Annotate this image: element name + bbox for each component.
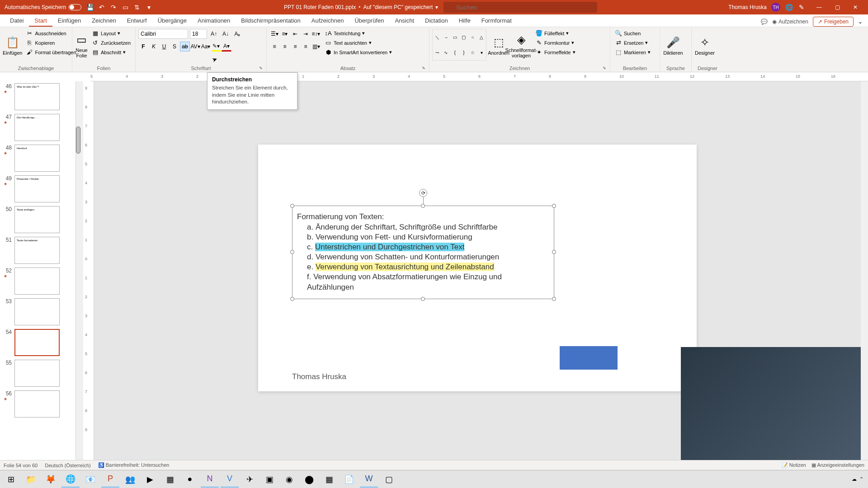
app-icon[interactable]: ▣ [260,471,278,488]
tab-ansicht[interactable]: Ansicht [389,15,420,27]
font-size-input[interactable] [190,29,207,39]
shape-outline-button[interactable]: ✎Formkontur▾ [533,38,577,47]
slide-thumbnail[interactable]: 49★Presenter / Klicker [0,174,75,204]
app-icon[interactable]: ▦ [161,471,179,488]
format-painter-button[interactable]: 🖌Format übertragen [24,48,78,56]
slide-canvas-area[interactable]: ⟳ Formatierung von Texten: a. Änderung d… [94,81,861,460]
shape-rbrace-icon[interactable]: } [463,50,464,55]
app-icon[interactable]: ● [181,471,199,488]
tab-start[interactable]: Start [29,15,52,27]
justify-button[interactable]: ≡ [301,42,311,52]
slide-thumbnail[interactable]: 47★Die Handlungs… [0,112,75,143]
layout-button[interactable]: ▦Layout▾ [90,29,132,38]
tab-animationen[interactable]: Animationen [192,15,236,27]
telegram-icon[interactable]: ✈ [241,471,259,488]
align-right-button[interactable]: ≡ [290,42,300,52]
search-input[interactable] [443,2,597,13]
decrease-font-icon[interactable]: A↓ [221,29,231,39]
touch-mode-icon[interactable]: ⇅ [133,3,141,11]
shape-lbrace-icon[interactable]: { [454,50,455,55]
slide-thumbnail[interactable]: 50Texte einfügen [0,204,75,235]
firefox-icon[interactable]: 🦊 [42,471,60,488]
user-avatar[interactable]: TH [771,3,780,12]
ribbon-collapse-icon[interactable]: ⌄ [858,19,863,25]
section-button[interactable]: ▤Abschnitt▾ [90,48,132,56]
camera-icon[interactable]: ◉ [280,471,298,488]
document-title[interactable]: PPT 01 Roter Faden 001.pptx • Auf "diese… [284,4,438,10]
tab-datei[interactable]: Datei [5,15,29,27]
strikethrough-button[interactable]: ab [180,42,190,52]
notes-toggle[interactable]: 📝 Notizen [782,462,806,468]
save-icon[interactable]: 💾 [86,3,94,11]
chevron-down-icon[interactable]: ▾ [435,4,438,10]
toggle-switch-icon[interactable] [69,4,81,10]
slide-thumbnail[interactable]: 52★ [0,266,75,296]
language-indicator[interactable]: Deutsch (Österreich) [45,463,90,468]
shape-tri-icon[interactable]: △ [480,35,483,40]
minimize-icon[interactable]: — [810,0,828,14]
record-button[interactable]: ◉ Aufzeichnen [772,19,808,25]
line-spacing-button[interactable]: ≡↕▾ [311,29,321,39]
start-button-icon[interactable]: ⊞ [2,471,20,488]
shape-effects-button[interactable]: ✦Formeffekte▾ [533,48,577,56]
quick-styles-button[interactable]: ◈Schnellformat-vorlagen [511,29,532,63]
share-button[interactable]: ↗ Freigeben [813,17,854,27]
tab-zeichnen[interactable]: Zeichnen [86,15,121,27]
align-left-button[interactable]: ≡ [269,42,279,52]
web-icon[interactable]: 🌐 [785,3,793,11]
change-case-button[interactable]: Aa▾ [201,42,211,52]
vertical-ruler[interactable]: 9876543210123456789 [83,81,94,460]
shape-arrow-icon[interactable]: → [443,35,448,40]
italic-button[interactable]: K [149,42,159,52]
slide-thumbnail[interactable]: 56★ [0,389,75,419]
resize-handle[interactable] [290,250,294,254]
select-button[interactable]: ⬚Markieren▾ [613,48,652,56]
comments-icon[interactable]: 💬 [761,19,768,25]
word-icon[interactable]: W [360,471,378,488]
slide-thumbnail[interactable]: 48★Handout [0,143,75,174]
tab-aufzeichnen[interactable]: Aufzeichnen [306,15,349,27]
smartart-button[interactable]: ⬢In SmartArt konvertieren▾ [323,48,394,56]
slide-thumbnail[interactable]: 51Texte formatieren [0,235,75,266]
autosave-toggle[interactable]: Automatisches Speichern [5,4,81,10]
visio-icon[interactable]: V [221,471,239,488]
chrome-icon[interactable]: 🌐 [61,471,80,488]
shape-curve-icon[interactable]: ∿ [444,50,448,55]
teams-icon[interactable]: 👥 [121,471,139,488]
tray-cloud-icon[interactable]: ☁ [852,476,857,482]
powerpoint-icon[interactable]: P [101,471,119,488]
font-dialog-launcher-icon[interactable]: ⬊ [259,66,263,70]
underline-button[interactable]: U [159,42,169,52]
shape-oval-icon[interactable]: ○ [471,35,474,40]
explorer-icon[interactable]: 📁 [22,471,40,488]
resize-handle[interactable] [552,204,556,208]
vlc-icon[interactable]: ▶ [141,471,159,488]
slide-thumbnail[interactable]: 55 [0,358,75,389]
tab-übergänge[interactable]: Übergänge [152,15,192,27]
designer-button[interactable]: ✧Designer [694,29,715,63]
columns-button[interactable]: ▥▾ [311,42,321,52]
close-icon[interactable]: ✕ [846,0,864,14]
align-center-button[interactable]: ≡ [280,42,290,52]
obs-icon[interactable]: ⬤ [300,471,318,488]
app-icon[interactable]: 📄 [340,471,358,488]
shape-connector-icon[interactable]: ⤳ [435,50,439,55]
char-spacing-button[interactable]: AV▾ [190,42,200,52]
canvas-scrollbar[interactable] [861,81,868,460]
increase-font-icon[interactable]: A↑ [209,29,219,39]
tab-hilfe[interactable]: Hilfe [453,15,476,27]
tab-entwurf[interactable]: Entwurf [122,15,152,27]
slide-thumbnail-panel[interactable]: 46★Was ist dein Ziel ?47★Die Handlungs…4… [0,81,76,460]
shapes-gallery[interactable]: ＼→▭▢○△ ⤳∿{}☆▾ [432,29,486,61]
text-direction-button[interactable]: ↕ATextrichtung▾ [323,29,394,38]
shape-rect-icon[interactable]: ▭ [453,35,457,40]
tab-formformat[interactable]: Formformat [476,15,517,27]
resize-handle[interactable] [421,297,425,301]
tray-chevron-icon[interactable]: ⌃ [859,476,863,482]
align-text-button[interactable]: ▭Text ausrichten▾ [323,38,394,47]
app-icon[interactable]: ▦ [320,471,338,488]
tab-einfügen[interactable]: Einfügen [52,15,86,27]
font-name-input[interactable] [138,29,188,39]
shape-line-icon[interactable]: ＼ [435,34,439,41]
blue-rectangle-shape[interactable] [560,346,618,370]
